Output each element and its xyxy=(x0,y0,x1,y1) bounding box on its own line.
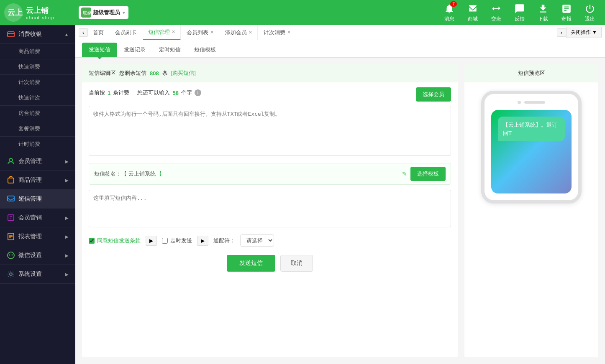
sidebar-item-sms-manage[interactable]: 短信管理 xyxy=(0,190,75,209)
sms-sign-row: 短信签名：【 云上铺系统 】 ✎ 选择模板 xyxy=(89,163,451,185)
buy-sms-link[interactable]: [购买短信] xyxy=(171,69,196,77)
sidebar-item-package-consume[interactable]: 套餐消费 xyxy=(0,121,75,137)
sidebar-item-goods-consume[interactable]: 商品消费 xyxy=(0,44,75,59)
sidebar-item-fast-consume[interactable]: 快速消费 xyxy=(0,59,75,75)
cashier-arrow-icon: ▲ xyxy=(64,32,69,37)
chars-prefix: 您还可以输入 xyxy=(137,89,170,97)
select-template-btn[interactable]: 选择模板 xyxy=(410,167,446,181)
goods-arrow-icon: ▶ xyxy=(65,178,69,183)
nav-label-feedback: 反馈 xyxy=(515,15,525,23)
svg-text:联络: 联络 xyxy=(83,10,91,15)
sidebar-sms-label: 短信管理 xyxy=(18,195,69,203)
header-nav: 消息 7 商城 交班 反馈 下载 xyxy=(438,1,601,24)
count-suffix: 条计费 xyxy=(113,89,129,97)
sms-credit-suffix: 条 xyxy=(162,69,168,77)
nav-item-download[interactable]: 下载 xyxy=(532,1,554,24)
sidebar-item-cashier[interactable]: 消费收银 ▲ xyxy=(0,25,75,44)
shift-icon xyxy=(490,3,502,15)
sidebar-item-report-manage[interactable]: 报表管理 ▶ xyxy=(0,227,75,246)
tab-member-list-close-icon[interactable]: ✕ xyxy=(210,30,214,35)
content-area: ‹ 首页 会员刷卡 短信管理 ✕ 会员列表 ✕ 添加会员 ✕ xyxy=(75,25,605,364)
logo-main: 云上铺 xyxy=(26,5,54,15)
member-arrow-icon: ▶ xyxy=(65,159,69,164)
sidebar-member-label: 会员管理 xyxy=(18,158,62,165)
sidebar-item-fast-count[interactable]: 快速计次 xyxy=(0,90,75,106)
nav-label-shift: 交班 xyxy=(491,15,501,23)
sidebar-report-label: 报表管理 xyxy=(18,233,62,240)
sub-tab-timed-sms[interactable]: 定时短信 xyxy=(152,43,187,57)
system-arrow-icon: ▶ xyxy=(65,272,69,277)
sidebar-item-goods-manage[interactable]: 商品管理 ▶ xyxy=(0,171,75,190)
nav-label-message: 消息 xyxy=(444,15,454,23)
count-prefix: 当前按 xyxy=(89,89,105,97)
tab-bar: ‹ 首页 会员刷卡 短信管理 ✕ 会员列表 ✕ 添加会员 ✕ xyxy=(75,25,605,40)
phone-screen: 【云上铺系统】。退订回T xyxy=(491,110,572,193)
nav-item-feedback[interactable]: 反馈 xyxy=(509,1,531,24)
tab-sms[interactable]: 短信管理 ✕ xyxy=(143,25,181,40)
sms-preview-header: 短信预览区 xyxy=(464,64,598,82)
report-arrow-icon: ▶ xyxy=(65,234,69,239)
sms-credit-prefix: 您剩余短信 xyxy=(119,69,146,77)
tab-add-member[interactable]: 添加会员 ✕ xyxy=(220,25,258,40)
nav-item-report[interactable]: 寄报 xyxy=(556,1,577,24)
sidebar-item-count-consume[interactable]: 计次消费 xyxy=(0,75,75,90)
logo-sub: cloud shop xyxy=(26,15,54,20)
svg-point-5 xyxy=(9,158,13,162)
nav-item-exit[interactable]: 退出 xyxy=(579,1,601,24)
nav-label-exit: 退出 xyxy=(585,15,595,23)
timed-checkbox-label[interactable]: 走时发送 xyxy=(162,237,192,244)
agree-checkbox-label[interactable]: 同意短信发送条款 xyxy=(89,237,141,244)
close-ops-btn[interactable]: 关闭操作 ▼ xyxy=(566,27,602,38)
select-member-btn[interactable]: 选择会员 xyxy=(416,87,451,102)
sms-credit-count: 808 xyxy=(150,70,159,76)
svg-point-13 xyxy=(10,273,12,275)
cancel-btn[interactable]: 取消 xyxy=(280,255,313,272)
sms-content-textarea[interactable] xyxy=(89,190,451,227)
tab-home-label: 首页 xyxy=(93,29,104,36)
svg-point-10 xyxy=(8,252,14,259)
sms-preview-bubble: 【云上铺系统】。退订回T xyxy=(498,117,565,141)
nav-item-message[interactable]: 消息 7 xyxy=(438,1,460,24)
marketing-arrow-icon: ▶ xyxy=(65,216,69,220)
sidebar-item-time-consume[interactable]: 计时消费 xyxy=(0,137,75,152)
tab-add-member-close-icon[interactable]: ✕ xyxy=(249,30,252,35)
phone-textarea[interactable] xyxy=(89,106,451,156)
tab-count-consume[interactable]: 计次消费 ✕ xyxy=(259,25,296,40)
sms-options-row: 同意短信发送条款 ▶ 走时发送 ▶ 通配符： 请选择 xyxy=(89,234,451,247)
sub-tab-send-record[interactable]: 发送记录 xyxy=(117,43,152,57)
tab-member-list[interactable]: 会员列表 ✕ xyxy=(182,25,219,40)
send-sms-btn[interactable]: 发送短信 xyxy=(227,255,275,272)
wildcard-label: 通配符： xyxy=(213,237,235,244)
admin-badge[interactable]: 联络 超级管理员 ▼ xyxy=(79,6,128,19)
sidebar-item-system[interactable]: 系统设置 ▶ xyxy=(0,265,75,284)
tab-count-consume-close-icon[interactable]: ✕ xyxy=(287,30,291,35)
sms-preview-panel: 短信预览区 【云上铺系统】。退订回T xyxy=(464,64,598,357)
timed-checkbox[interactable] xyxy=(162,238,168,244)
sidebar-item-member-manage[interactable]: 会员管理 ▶ xyxy=(0,152,75,171)
sidebar-item-marketing[interactable]: 会员营销 ▶ xyxy=(0,209,75,227)
wildcard-select[interactable]: 请选择 xyxy=(240,234,274,247)
phone-top xyxy=(491,101,572,104)
sms-editor-label: 短信编辑区 xyxy=(89,69,116,77)
sidebar-item-wechat[interactable]: 微信设置 ▶ xyxy=(0,246,75,265)
sms-sign-edit-icon[interactable]: ✎ xyxy=(402,171,407,177)
info-icon[interactable]: i xyxy=(195,89,201,96)
tab-prev-btn[interactable]: ‹ xyxy=(79,28,88,37)
sub-tab-bar: 发送短信 发送记录 定时短信 短信模板 xyxy=(75,40,605,58)
nav-item-store[interactable]: 商城 xyxy=(462,1,484,24)
tab-sms-close-icon[interactable]: ✕ xyxy=(172,29,175,35)
count-info: 当前按 1 条计费 您还可以输入 58 个字 i xyxy=(89,89,201,97)
sub-tab-send-sms[interactable]: 发送短信 xyxy=(82,43,117,57)
agree-checkbox[interactable] xyxy=(89,238,95,244)
tab-member-card[interactable]: 会员刷卡 xyxy=(110,25,142,40)
sub-tab-sms-template[interactable]: 短信模板 xyxy=(187,43,223,57)
sidebar-item-room-consume[interactable]: 房台消费 xyxy=(0,106,75,121)
sms-preview-body: 【云上铺系统】。退订回T xyxy=(464,82,598,212)
nav-item-shift[interactable]: 交班 xyxy=(485,1,507,24)
admin-avatar-icon: 联络 xyxy=(81,8,91,18)
timed-arrow-btn[interactable]: ▶ xyxy=(197,236,208,246)
tab-home[interactable]: 首页 xyxy=(88,25,109,40)
tab-next-btn[interactable]: › xyxy=(557,28,566,37)
sidebar-wechat-label: 微信设置 xyxy=(18,252,62,259)
agree-arrow-btn[interactable]: ▶ xyxy=(146,236,157,246)
